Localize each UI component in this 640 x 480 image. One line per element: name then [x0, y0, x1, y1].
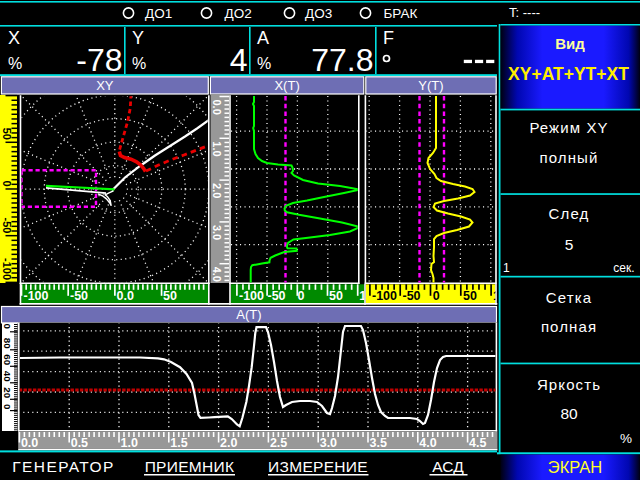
svg-text:1.5: 1.5: [170, 436, 187, 450]
svg-text:50: 50: [163, 289, 177, 303]
svg-text:ИЗМЕРЕНИЕ: ИЗМЕРЕНИЕ: [268, 458, 368, 475]
svg-text:2.5: 2.5: [270, 436, 287, 450]
svg-text:-100: -100: [24, 289, 49, 303]
svg-text:-78: -78: [76, 42, 122, 78]
svg-text:2.0: 2.0: [220, 436, 237, 450]
svg-text:сек.: сек.: [613, 261, 634, 275]
svg-text:5: 5: [565, 236, 574, 253]
svg-text:0.5: 0.5: [71, 436, 88, 450]
svg-text:-100: -100: [1, 258, 13, 280]
svg-text:0: 0: [2, 323, 13, 329]
svg-text:Y(T): Y(T): [418, 78, 443, 93]
svg-text:A(T): A(T): [236, 307, 261, 322]
svg-text:БРАК: БРАК: [384, 6, 418, 21]
svg-text:%: %: [257, 55, 271, 72]
svg-text:-50: -50: [1, 217, 13, 233]
svg-text:1: 1: [503, 261, 510, 275]
svg-text:4.0: 4.0: [419, 436, 436, 450]
svg-text:20: 20: [2, 387, 13, 398]
svg-text:77.8: 77.8: [311, 42, 373, 78]
svg-text:0: 0: [298, 289, 305, 303]
svg-text:60: 60: [2, 354, 13, 365]
svg-text:X(T): X(T): [274, 78, 299, 93]
svg-text:0: 0: [433, 289, 440, 303]
svg-text:40: 40: [2, 371, 13, 382]
svg-text:%: %: [132, 55, 146, 72]
svg-text:4: 4: [230, 42, 248, 78]
svg-text:80: 80: [2, 338, 13, 349]
svg-text:0: 0: [1, 181, 13, 187]
svg-text:50: 50: [1, 128, 13, 140]
svg-text:полный: полный: [540, 149, 599, 166]
svg-text:XY+AT+YT+XT: XY+AT+YT+XT: [508, 64, 629, 84]
svg-text:ДО1: ДО1: [145, 6, 172, 21]
svg-text:ДО2: ДО2: [225, 6, 252, 21]
svg-text:F: F: [383, 28, 394, 48]
svg-text:3.0: 3.0: [320, 436, 337, 450]
svg-text:T: ----: T: ----: [509, 5, 540, 20]
svg-text:4.5: 4.5: [469, 436, 486, 450]
svg-text:0.0: 0.0: [117, 289, 134, 303]
svg-text:0.0: 0.0: [21, 436, 38, 450]
svg-text:ДО3: ДО3: [305, 6, 332, 21]
svg-text:ГЕНЕРАТОР: ГЕНЕРАТОР: [12, 458, 114, 475]
svg-text:-100: -100: [372, 289, 397, 303]
svg-text:3.5: 3.5: [370, 436, 387, 450]
svg-text:АСД: АСД: [432, 458, 464, 475]
svg-text:XY: XY: [96, 78, 114, 93]
svg-text:ПРИЕМНИК: ПРИЕМНИК: [145, 458, 235, 475]
svg-text:-50: -50: [70, 289, 88, 303]
svg-text:Яркость: Яркость: [537, 376, 601, 393]
svg-text:50: 50: [329, 289, 343, 303]
svg-text:X: X: [8, 28, 20, 48]
svg-text:%: %: [620, 431, 632, 446]
svg-text:80: 80: [560, 405, 578, 422]
svg-text:0.0: 0.0: [211, 100, 223, 115]
svg-text:След: След: [549, 205, 590, 222]
svg-text:Сетка: Сетка: [546, 289, 592, 306]
svg-text:1.0: 1.0: [121, 436, 138, 450]
svg-text:%: %: [8, 55, 22, 72]
svg-text:ЭКРАН: ЭКРАН: [548, 458, 602, 476]
svg-text:полная: полная: [541, 318, 597, 335]
svg-text:Режим XY: Режим XY: [529, 119, 608, 136]
svg-text:Вид: Вид: [555, 35, 585, 52]
svg-text:-50: -50: [403, 289, 421, 303]
svg-text:50: 50: [463, 289, 477, 303]
svg-text:A: A: [257, 28, 269, 48]
svg-text:1.0: 1.0: [211, 141, 223, 156]
svg-text:3.0: 3.0: [211, 225, 223, 240]
svg-text:4.0: 4.0: [211, 267, 223, 282]
svg-text:0: 0: [2, 404, 13, 410]
svg-text:2.0: 2.0: [211, 183, 223, 198]
svg-text:-100: -100: [239, 289, 264, 303]
svg-text:-50: -50: [268, 289, 286, 303]
svg-text:Y: Y: [132, 28, 144, 48]
